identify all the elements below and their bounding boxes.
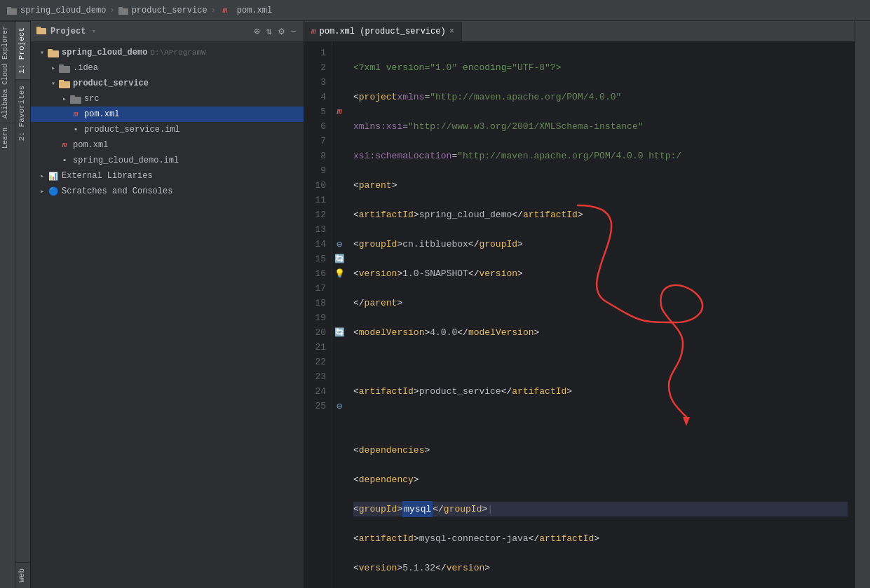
tree-item-product-iml[interactable]: ▪ product_service.iml bbox=[31, 122, 304, 137]
code-line-11 bbox=[353, 355, 848, 369]
right-tool-strip bbox=[855, 21, 870, 588]
tree-item-scratches[interactable]: 🔵 Scratches and Consoles bbox=[31, 184, 304, 199]
tree-arrow-src bbox=[59, 93, 70, 104]
code-line-12: <artifactId>product_service</artifactId> bbox=[353, 384, 848, 399]
svg-rect-8 bbox=[59, 66, 70, 73]
editor-tab-pomxml[interactable]: m pom.xml (product_service) × bbox=[304, 22, 462, 41]
xml-icon-product-iml: ▪ bbox=[70, 124, 81, 135]
tree-arrow-product-service bbox=[48, 78, 59, 89]
settings-icon[interactable]: ⚙ bbox=[277, 24, 285, 39]
svg-rect-10 bbox=[59, 81, 70, 88]
gutter: m ⊖ 🔄 💡 🔄 bbox=[332, 42, 346, 588]
svg-rect-5 bbox=[36, 27, 41, 29]
tab-web[interactable]: Web bbox=[15, 562, 30, 588]
code-content[interactable]: <?xml version="1.0" encoding="UTF-8"?> <… bbox=[346, 42, 855, 588]
editor-wrapper: 12345 678910 1112131415 1617181920 21222… bbox=[304, 42, 855, 588]
tree-label-product-service: product_service bbox=[73, 78, 149, 88]
xml-icon-spring-iml: ▪ bbox=[59, 155, 70, 166]
code-line-14: <dependencies> bbox=[353, 443, 848, 458]
tree-item-idea[interactable]: .idea bbox=[31, 60, 304, 76]
code-editor[interactable]: 12345 678910 1112131415 1617181920 21222… bbox=[304, 42, 855, 588]
code-line-16: <groupId>mysql</groupId>| bbox=[353, 502, 848, 517]
project-folder-icon bbox=[7, 6, 17, 15]
learn-tab[interactable]: Learn bbox=[0, 123, 15, 153]
maven-icon-pomxml-root: m bbox=[59, 139, 70, 151]
tree-label-scratches: Scratches and Consoles bbox=[62, 186, 172, 196]
tree-label-idea: .idea bbox=[73, 63, 98, 73]
vertical-tabs: 1: Project 2: Favorites Web bbox=[15, 21, 31, 588]
tree-arrow-idea bbox=[48, 62, 59, 74]
folder-icon-product bbox=[118, 6, 128, 15]
tab-close-pomxml[interactable]: × bbox=[449, 27, 454, 36]
scroll-icon[interactable]: ⇅ bbox=[265, 24, 273, 39]
panel-header-icons: ⊕ ⇅ ⚙ − bbox=[252, 24, 298, 39]
svg-rect-4 bbox=[36, 28, 46, 34]
tree-item-pomxml-product[interactable]: m pom.xml bbox=[31, 107, 304, 122]
tab-label-pomxml: pom.xml (product_service) bbox=[320, 27, 446, 36]
title-bar: spring_cloud_demo › product_service › m … bbox=[0, 0, 870, 21]
locate-icon[interactable]: ⊕ bbox=[252, 24, 261, 39]
svg-rect-13 bbox=[70, 95, 75, 97]
svg-rect-11 bbox=[59, 80, 64, 82]
code-line-10: <modelVersion>4.0.0</modelVersion> bbox=[353, 325, 848, 340]
breadcrumb-file[interactable]: pom.xml bbox=[237, 6, 272, 15]
alibaba-cloud-tab[interactable]: Alibaba Cloud Explorer bbox=[0, 21, 15, 123]
svg-rect-12 bbox=[70, 97, 81, 104]
folder-icon-header bbox=[36, 26, 46, 37]
breadcrumb-product[interactable]: product_service bbox=[132, 6, 208, 15]
scratches-icon: 🔵 bbox=[48, 186, 59, 197]
svg-rect-7 bbox=[48, 49, 53, 51]
maven-icon-breadcrumb: m bbox=[219, 5, 231, 16]
tree-label-pomxml-root: pom.xml bbox=[73, 140, 108, 150]
code-line-4: xsi:schemaLocation="http://maven.apache.… bbox=[353, 149, 848, 163]
tab-project[interactable]: 1: Project bbox=[15, 21, 30, 79]
tree-item-ext-libs[interactable]: 📊 External Libraries bbox=[31, 168, 304, 184]
code-line-13 bbox=[353, 413, 848, 428]
editor-tabs: m pom.xml (product_service) × bbox=[304, 21, 855, 42]
tree-item-product-service[interactable]: product_service bbox=[31, 76, 304, 91]
tree-item-src[interactable]: src bbox=[31, 91, 304, 107]
svg-rect-1 bbox=[7, 7, 11, 9]
project-panel: Project ▾ ⊕ ⇅ ⚙ − spring_cloud_demo D:\A… bbox=[31, 21, 304, 588]
tree-label-root: spring_cloud_demo bbox=[62, 48, 147, 57]
editor-area: m pom.xml (product_service) × 12345 6789… bbox=[304, 21, 855, 588]
panel-title: Project bbox=[50, 27, 86, 36]
tree-label-ext-libs: External Libraries bbox=[62, 171, 153, 181]
code-line-1: <?xml version="1.0" encoding="UTF-8"?> bbox=[353, 60, 848, 75]
svg-rect-3 bbox=[118, 7, 123, 9]
code-line-17: <artifactId>mysql-connector-java</artifa… bbox=[353, 531, 848, 546]
maven-tab-icon: m bbox=[311, 27, 316, 36]
tree-arrow-scratches bbox=[36, 186, 48, 197]
line-numbers: 12345 678910 1112131415 1617181920 21222… bbox=[304, 42, 332, 588]
tree-label-product-iml: product_service.iml bbox=[84, 125, 180, 135]
tree-arrow-root bbox=[36, 47, 48, 58]
maven-icon-pomxml-product: m bbox=[70, 109, 81, 120]
svg-rect-0 bbox=[7, 8, 17, 15]
svg-rect-9 bbox=[59, 64, 64, 67]
tab-favorites[interactable]: 2: Favorites bbox=[15, 79, 30, 146]
code-line-7: <groupId>cn.itbluebox</groupId> bbox=[353, 237, 848, 252]
tree-label-src: src bbox=[84, 94, 100, 104]
breadcrumb: spring_cloud_demo › product_service › m … bbox=[7, 5, 272, 16]
tree-item-spring-iml[interactable]: ▪ spring_cloud_demo.iml bbox=[31, 153, 304, 168]
tree-item-root[interactable]: spring_cloud_demo D:\AProgramW bbox=[31, 45, 304, 60]
tree-arrow-ext-libs bbox=[36, 170, 48, 182]
panel-header: Project ▾ ⊕ ⇅ ⚙ − bbox=[31, 21, 304, 42]
breadcrumb-project[interactable]: spring_cloud_demo bbox=[20, 6, 106, 15]
code-line-3: xmlns:xsi="http://www.w3.org/2001/XMLSch… bbox=[353, 119, 848, 134]
tree-label-pomxml-product: pom.xml bbox=[84, 109, 119, 119]
ext-libs-icon: 📊 bbox=[48, 170, 59, 182]
tree-label-spring-iml: spring_cloud_demo.iml bbox=[73, 156, 179, 165]
code-line-15: <dependency> bbox=[353, 472, 848, 487]
code-line-6: <artifactId>spring_cloud_demo</artifactI… bbox=[353, 207, 848, 222]
code-line-8: <version>1.0-SNAPSHOT</version> bbox=[353, 266, 848, 281]
left-tool-strip: Alibaba Cloud Explorer Learn bbox=[0, 21, 15, 588]
tree-item-pomxml-root[interactable]: m pom.xml bbox=[31, 137, 304, 153]
code-line-18: <version>5.1.32</version> bbox=[353, 561, 848, 575]
project-tree: spring_cloud_demo D:\AProgramW .idea pro… bbox=[31, 42, 304, 588]
tree-path-root: D:\AProgramW bbox=[150, 48, 205, 57]
code-line-5: <parent> bbox=[353, 178, 848, 193]
minimize-icon[interactable]: − bbox=[290, 25, 298, 39]
svg-rect-2 bbox=[118, 8, 128, 15]
code-line-9: </parent> bbox=[353, 296, 848, 310]
